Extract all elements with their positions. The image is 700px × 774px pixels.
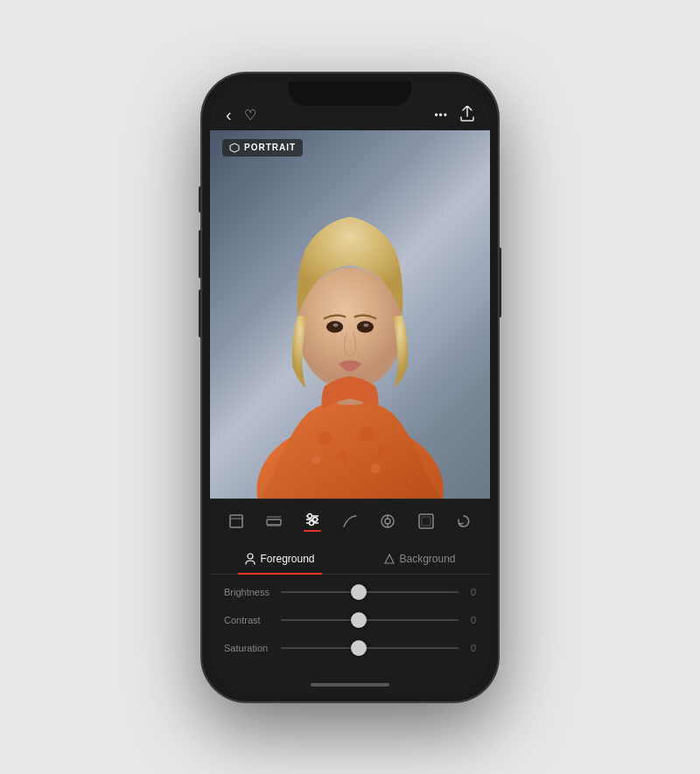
svg-point-26 <box>385 519 390 524</box>
more-icon[interactable]: ••• <box>434 109 448 122</box>
back-icon[interactable]: ‹ <box>226 105 232 125</box>
brightness-slider[interactable] <box>281 585 458 599</box>
phone-frame: ‹ ♡ ••• <box>201 73 499 702</box>
svg-point-6 <box>370 464 381 474</box>
app-screen: ‹ ♡ ••• <box>210 81 490 694</box>
saturation-thumb[interactable] <box>351 640 367 656</box>
home-bar <box>311 683 389 687</box>
background-tab[interactable]: Background <box>350 544 490 574</box>
photo-display: PORTRAIT <box>210 130 490 499</box>
photo-area: PORTRAIT <box>210 130 490 499</box>
svg-point-4 <box>378 445 390 457</box>
svg-point-5 <box>312 456 320 464</box>
notch <box>289 81 411 106</box>
svg-marker-13 <box>230 143 239 152</box>
contrast-row: Contrast 0 <box>224 606 476 634</box>
contrast-track <box>281 619 458 621</box>
svg-rect-14 <box>230 515 242 527</box>
contrast-thumb[interactable] <box>351 612 367 628</box>
volume-down-button[interactable] <box>199 289 201 338</box>
adjust-tool-button[interactable] <box>298 506 326 537</box>
power-button[interactable] <box>499 248 501 317</box>
svg-point-1 <box>318 432 331 445</box>
mute-button[interactable] <box>199 186 201 213</box>
saturation-track <box>281 647 458 649</box>
saturation-row: Saturation 0 <box>224 634 476 662</box>
saturation-value: 0 <box>458 643 476 653</box>
brightness-label: Brightness <box>224 587 281 597</box>
foreground-tab-label: Foreground <box>260 553 314 565</box>
background-tab-label: Background <box>399 553 455 565</box>
portrait-label: PORTRAIT <box>244 143 296 152</box>
heart-icon[interactable]: ♡ <box>244 107 256 123</box>
svg-marker-32 <box>385 554 394 563</box>
svg-point-20 <box>307 514 312 519</box>
top-bar-left-actions: ‹ ♡ <box>226 105 256 125</box>
svg-point-11 <box>333 324 339 327</box>
phone-screen: ‹ ♡ ••• <box>210 81 490 694</box>
edit-toolbar <box>210 499 490 544</box>
fg-bg-tabs: Foreground Background <box>210 544 490 575</box>
svg-point-9 <box>326 321 343 333</box>
svg-point-3 <box>360 427 374 442</box>
contrast-label: Contrast <box>224 615 281 625</box>
active-indicator <box>304 530 321 532</box>
svg-rect-29 <box>419 514 433 528</box>
history-tool-button[interactable] <box>450 507 478 535</box>
saturation-slider[interactable] <box>281 641 458 655</box>
crop-tool-button[interactable] <box>222 507 250 535</box>
brightness-track <box>281 591 458 593</box>
brightness-row: Brightness 0 <box>224 578 476 606</box>
portrait-badge: PORTRAIT <box>222 139 303 157</box>
contrast-value: 0 <box>458 615 476 625</box>
svg-rect-16 <box>267 519 281 525</box>
svg-point-24 <box>309 521 313 526</box>
svg-point-10 <box>357 321 374 333</box>
adjustment-panel: Foreground Background Brightness <box>210 544 490 676</box>
volume-up-button[interactable] <box>199 230 201 278</box>
curves-tool-button[interactable] <box>336 507 364 535</box>
selective-color-button[interactable] <box>374 507 402 535</box>
home-indicator <box>210 676 490 694</box>
vignette-tool-button[interactable] <box>412 507 440 535</box>
brightness-value: 0 <box>458 587 476 597</box>
levels-tool-button[interactable] <box>260 507 288 535</box>
svg-point-2 <box>337 450 347 461</box>
share-icon[interactable] <box>460 106 474 125</box>
svg-point-12 <box>363 324 368 327</box>
foreground-tab[interactable]: Foreground <box>210 544 350 574</box>
svg-point-31 <box>248 554 253 559</box>
contrast-slider[interactable] <box>281 613 458 627</box>
brightness-thumb[interactable] <box>351 584 367 600</box>
svg-rect-30 <box>422 517 430 526</box>
saturation-label: Saturation <box>224 643 281 653</box>
person-photo <box>235 159 465 498</box>
top-bar-right-actions: ••• <box>434 106 474 125</box>
sliders-section: Brightness 0 Contrast <box>210 575 490 666</box>
